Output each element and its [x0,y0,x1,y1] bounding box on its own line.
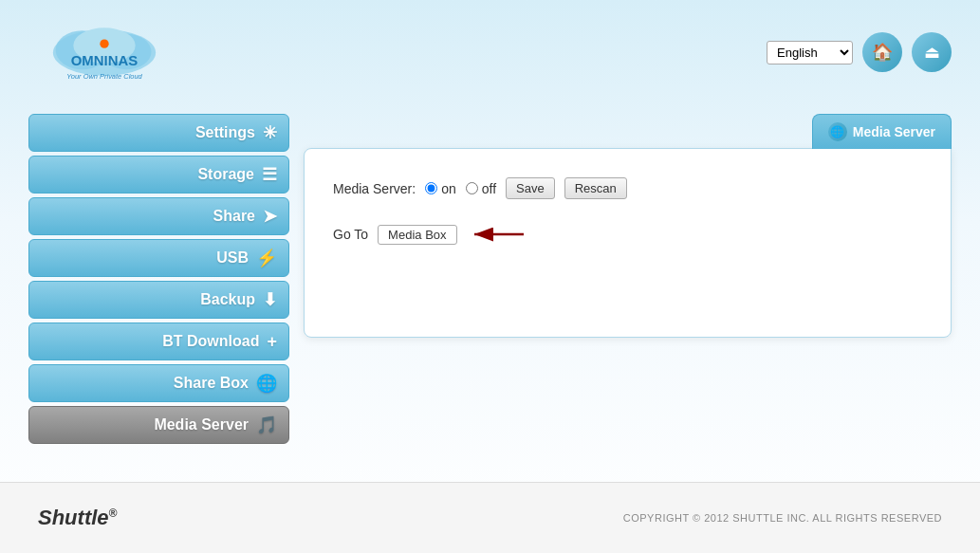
logo-area: OMNINAS Your Own Private Cloud [28,19,180,85]
backup-icon: ⬇ [263,289,277,310]
media-server-form-label: Media Server: [333,181,416,196]
radio-on-input[interactable] [425,182,437,194]
sharebox-icon: 🌐 [256,373,277,394]
shuttle-logo: Shuttle® [38,506,117,530]
logout-button[interactable]: ⏏ [912,32,952,72]
sidebar-item-label: USB [216,249,249,267]
media-server-icon: 🎵 [256,415,277,435]
home-button[interactable]: 🏠 [862,32,902,72]
sidebar-item-media-server[interactable]: Media Server 🎵 [28,406,289,444]
tab-badge-label: Media Server [853,124,935,139]
rescan-button[interactable]: Rescan [564,177,627,199]
logo-svg: OMNINAS Your Own Private Cloud [28,19,180,85]
header-right: English Chinese Japanese 🏠 ⏏ [767,32,952,72]
content-panel: Media Server: on off Save Rescan Go To M… [304,148,952,338]
sidebar-item-usb[interactable]: USB ⚡ [28,239,289,277]
sidebar-item-bt-download[interactable]: BT Download + [28,323,289,360]
radio-on-label: on [441,181,456,196]
storage-icon: ☰ [262,164,277,185]
sidebar-item-settings[interactable]: Settings ✳ [28,114,289,152]
media-server-row: Media Server: on off Save Rescan [333,177,922,199]
sidebar-item-label: Settings [195,124,255,141]
language-select[interactable]: English Chinese Japanese [767,41,853,65]
copyright-text: COPYRIGHT © 2012 SHUTTLE INC. ALL RIGHTS… [623,512,942,524]
main-content: 🌐 Media Server Media Server: on off Save… [304,114,952,477]
arrow-svg [467,223,533,246]
tab-badge-icon: 🌐 [828,122,847,141]
sidebar-item-label: BT Download [162,333,259,350]
goto-row: Go To Media Box [333,223,922,246]
tab-header: 🌐 Media Server [304,114,952,149]
settings-icon: ✳ [263,122,277,143]
sidebar-item-label: Backup [200,291,255,308]
sidebar-item-label: Media Server [154,416,249,433]
shuttle-trademark: ® [109,507,118,520]
save-button[interactable]: Save [506,177,555,199]
radio-off-input[interactable] [466,182,478,194]
usb-icon: ⚡ [256,248,277,268]
sidebar-item-label: Storage [197,166,254,183]
radio-on-option[interactable]: on [425,181,456,196]
sidebar-item-backup[interactable]: Backup ⬇ [28,281,289,319]
share-icon: ➤ [263,206,277,227]
sidebar-item-storage[interactable]: Storage ☰ [28,156,289,194]
radio-off-label: off [482,181,496,196]
sidebar-item-label: Share [213,208,255,225]
goto-label: Go To [333,227,368,242]
tab-badge: 🌐 Media Server [812,114,952,149]
media-box-button[interactable]: Media Box [378,225,456,245]
header: OMNINAS Your Own Private Cloud English C… [0,0,980,104]
radio-off-option[interactable]: off [466,181,496,196]
arrow-indicator [467,223,533,246]
sidebar: Settings ✳ Storage ☰ Share ➤ USB ⚡ Backu… [28,114,289,444]
sidebar-item-share[interactable]: Share ➤ [28,197,289,235]
svg-text:Your Own Private Cloud: Your Own Private Cloud [66,72,142,81]
svg-point-4 [100,39,108,47]
svg-text:OMNINAS: OMNINAS [71,52,139,68]
radio-group: on off [425,181,496,196]
sidebar-item-label: Share Box [174,375,249,392]
shuttle-brand: Shuttle [38,506,109,529]
sidebar-item-share-box[interactable]: Share Box 🌐 [28,364,289,402]
bt-icon: + [267,332,277,352]
footer: Shuttle® COPYRIGHT © 2012 SHUTTLE INC. A… [0,482,980,553]
